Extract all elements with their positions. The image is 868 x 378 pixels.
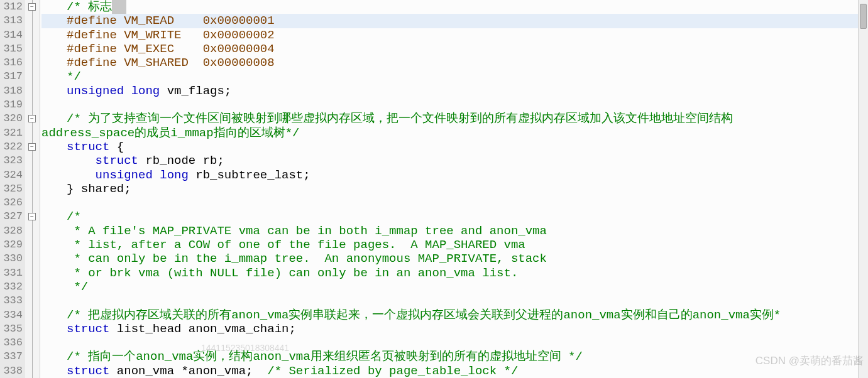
- fold-cell[interactable]: [25, 266, 40, 280]
- fold-cell[interactable]: [25, 224, 40, 238]
- fold-cell[interactable]: [25, 84, 40, 98]
- line-number[interactable]: 338: [1, 364, 23, 378]
- line-number[interactable]: 330: [1, 252, 23, 266]
- code-line[interactable]: * list, after a COW of one of the file p…: [41, 238, 868, 252]
- line-number[interactable]: 324: [1, 168, 23, 182]
- line-number[interactable]: 320: [1, 112, 23, 126]
- code-line[interactable]: unsigned long rb_subtree_last;: [41, 168, 868, 182]
- fold-cell[interactable]: [25, 238, 40, 252]
- code-line[interactable]: struct {: [41, 140, 868, 154]
- code-line[interactable]: address_space的成员i_mmap指向的区域树*/: [41, 126, 868, 140]
- fold-cell[interactable]: [25, 252, 40, 266]
- fold-toggle-icon[interactable]: −: [28, 115, 36, 122]
- line-number[interactable]: 316: [1, 56, 23, 70]
- fold-cell[interactable]: [25, 154, 40, 168]
- fold-cell[interactable]: [25, 336, 40, 350]
- line-number[interactable]: 335: [1, 322, 23, 336]
- code-line[interactable]: #define VM_EXEC 0x00000004: [41, 42, 868, 56]
- fold-cell[interactable]: [25, 364, 40, 378]
- token-pp: #define: [67, 56, 124, 70]
- line-number[interactable]: 332: [1, 280, 23, 294]
- token-c: /*: [67, 0, 88, 14]
- line-number[interactable]: 322: [1, 140, 23, 154]
- fold-cell[interactable]: [25, 56, 40, 70]
- fold-cell[interactable]: [25, 350, 40, 364]
- line-number[interactable]: 325: [1, 182, 23, 196]
- fold-cell[interactable]: [25, 168, 40, 182]
- scroll-thumb[interactable]: [860, 4, 867, 29]
- fold-cell[interactable]: −: [25, 140, 40, 154]
- code-line[interactable]: #define VM_SHARED 0x00000008: [41, 56, 868, 70]
- code-line[interactable]: /* 标志: [41, 0, 868, 14]
- code-line[interactable]: /*: [41, 210, 868, 224]
- code-line[interactable]: #define VM_READ 0x00000001: [41, 14, 868, 28]
- code-line[interactable]: struct rb_node rb;: [41, 154, 868, 168]
- code-line[interactable]: /* 为了支持查询一个文件区间被映射到哪些虚拟内存区域，把一个文件映射到的所有虚…: [41, 112, 868, 126]
- code-line[interactable]: */: [41, 280, 868, 294]
- line-number[interactable]: 312: [1, 0, 23, 14]
- token-sel: [112, 0, 126, 14]
- line-number[interactable]: 328: [1, 224, 23, 238]
- code-line[interactable]: [41, 98, 868, 112]
- code-line[interactable]: unsigned long vm_flags;: [41, 84, 868, 98]
- line-number[interactable]: 336: [1, 336, 23, 350]
- code-area[interactable]: /* 标志 #define VM_READ 0x00000001#define …: [40, 0, 868, 378]
- line-number[interactable]: 321: [1, 126, 23, 140]
- fold-cell[interactable]: −: [25, 112, 40, 126]
- code-line[interactable]: * can only be in the i_mmap tree. An ano…: [41, 252, 868, 266]
- fold-cell[interactable]: [25, 280, 40, 294]
- fold-toggle-icon[interactable]: −: [28, 3, 36, 11]
- line-number[interactable]: 331: [1, 266, 23, 280]
- token-c: */: [67, 70, 81, 84]
- line-number-gutter[interactable]: 3123133143153163173183193203213223233243…: [0, 0, 25, 378]
- code-line[interactable]: [41, 196, 868, 210]
- fold-toggle-icon[interactable]: −: [28, 213, 36, 220]
- line-number[interactable]: 326: [1, 196, 23, 210]
- fold-cell[interactable]: [25, 322, 40, 336]
- line-number[interactable]: 334: [1, 308, 23, 322]
- fold-cell[interactable]: [25, 182, 40, 196]
- fold-cell[interactable]: [25, 14, 40, 28]
- code-line[interactable]: /* 把虚拟内存区域关联的所有anon_vma实例串联起来，一个虚拟内存区域会关…: [41, 308, 868, 322]
- line-number[interactable]: 313: [1, 14, 23, 28]
- code-line[interactable]: * A file's MAP_PRIVATE vma can be in bot…: [41, 224, 868, 238]
- code-line[interactable]: /* 指向一个anon_vma实例，结构anon_vma用来组织匿名页被映射到的…: [41, 350, 868, 364]
- vertical-scrollbar[interactable]: [858, 0, 868, 378]
- line-number[interactable]: 329: [1, 238, 23, 252]
- code-line[interactable]: struct anon_vma *anon_vma; /* Serialized…: [41, 364, 868, 378]
- code-line[interactable]: */: [41, 70, 868, 84]
- line-number[interactable]: 323: [1, 154, 23, 168]
- fold-cell[interactable]: [25, 308, 40, 322]
- line-number[interactable]: 333: [1, 294, 23, 308]
- code-line[interactable]: } shared;: [41, 182, 868, 196]
- fold-cell[interactable]: [25, 42, 40, 56]
- line-number[interactable]: 327: [1, 210, 23, 224]
- token-blk: rb_node rb;: [138, 154, 224, 168]
- fold-cell[interactable]: −: [25, 0, 40, 14]
- code-line[interactable]: [41, 336, 868, 350]
- token-kw: struct: [67, 140, 109, 154]
- fold-toggle-icon[interactable]: −: [28, 143, 36, 151]
- fold-cell[interactable]: [25, 70, 40, 84]
- token-c: * or brk vma (with NULL file) can only b…: [67, 266, 518, 280]
- fold-column[interactable]: −−−−: [25, 0, 40, 378]
- code-line[interactable]: #define VM_WRITE 0x00000002: [41, 28, 868, 42]
- line-number[interactable]: 319: [1, 98, 23, 112]
- line-number[interactable]: 314: [1, 28, 23, 42]
- line-number[interactable]: 315: [1, 42, 23, 56]
- code-line[interactable]: struct list_head anon_vma_chain;: [41, 322, 868, 336]
- token-c: * can only be in the i_mmap tree. An ano…: [67, 252, 547, 266]
- fold-cell[interactable]: [25, 196, 40, 210]
- fold-cell[interactable]: [25, 98, 40, 112]
- token-c: /* 指向一个anon_vma实例，结构anon_vma用来组织匿名页被映射到的…: [67, 350, 583, 364]
- token-kw: long: [160, 168, 189, 182]
- fold-cell[interactable]: [25, 28, 40, 42]
- fold-cell[interactable]: [25, 126, 40, 140]
- line-number[interactable]: 318: [1, 84, 23, 98]
- fold-cell[interactable]: [25, 294, 40, 308]
- fold-cell[interactable]: −: [25, 210, 40, 224]
- code-line[interactable]: [41, 294, 868, 308]
- line-number[interactable]: 317: [1, 70, 23, 84]
- line-number[interactable]: 337: [1, 350, 23, 364]
- code-line[interactable]: * or brk vma (with NULL file) can only b…: [41, 266, 868, 280]
